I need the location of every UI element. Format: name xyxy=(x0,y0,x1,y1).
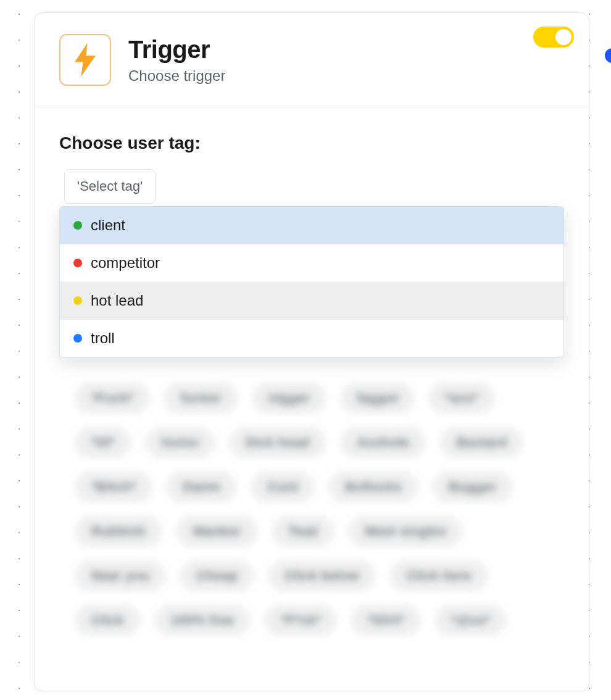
keyword-pill[interactable]: Damn xyxy=(167,472,236,502)
lightning-icon xyxy=(59,34,111,86)
choose-tag-label: Choose user tag: xyxy=(59,133,564,153)
keyword-pill[interactable]: *Sh!t* xyxy=(351,605,420,636)
active-toggle[interactable] xyxy=(533,27,574,48)
tag-color-dot xyxy=(73,334,82,343)
keyword-pill[interactable]: Bugger xyxy=(433,472,512,502)
tag-option-label: troll xyxy=(91,330,115,347)
tag-color-dot xyxy=(73,221,82,230)
keyword-pill[interactable]: Bastard xyxy=(440,427,523,458)
keyword-pill[interactable]: Near you xyxy=(75,560,165,591)
keyword-pill[interactable]: Dick head xyxy=(230,427,326,458)
keyword-pill[interactable]: *@ss* xyxy=(435,605,506,636)
keyword-pill[interactable]: *Fuck* xyxy=(75,383,149,414)
header-text: Trigger Choose trigger xyxy=(128,35,225,85)
keyword-pill[interactable]: Meet singles xyxy=(349,516,462,547)
keyword-pill[interactable]: Click here xyxy=(390,560,487,591)
tag-option-label: client xyxy=(91,217,125,234)
keyword-pill[interactable]: Twat xyxy=(272,516,334,547)
keyword-pill[interactable]: faggot xyxy=(341,383,414,414)
keyword-pill[interactable]: 100% free xyxy=(155,605,251,636)
keyword-pill[interactable]: Cunt xyxy=(251,472,314,502)
keyword-pill[interactable]: *Bitch* xyxy=(75,472,152,502)
keyword-pill[interactable]: Asshole xyxy=(341,427,426,458)
card-header: Trigger Choose trigger xyxy=(35,13,589,107)
keyword-pill[interactable]: *ass* xyxy=(429,383,494,414)
keyword-pill[interactable]: *tit* xyxy=(75,427,131,458)
keyword-pill[interactable]: homo xyxy=(146,427,215,458)
trigger-card: Trigger Choose trigger Choose user tag: … xyxy=(34,12,589,691)
page-title: Trigger xyxy=(128,35,225,64)
tag-color-dot xyxy=(73,259,82,267)
keyword-pill[interactable]: Rubbish xyxy=(75,516,162,547)
tag-option-label: hot lead xyxy=(91,292,143,309)
tag-color-dot xyxy=(73,296,82,305)
keyword-pill[interactable]: fucker xyxy=(164,383,237,414)
tag-option-hot-lead[interactable]: hot lead xyxy=(60,281,563,319)
keyword-pill[interactable]: *F*ck* xyxy=(265,605,336,636)
tag-option-troll[interactable]: troll xyxy=(60,319,563,357)
tag-option-label: competitor xyxy=(91,254,160,272)
keyword-pill[interactable]: Wanker xyxy=(177,516,257,547)
select-tag-button[interactable]: 'Select tag' xyxy=(64,169,156,204)
keyword-pill[interactable]: Bollocks xyxy=(329,472,418,502)
keyword-pill[interactable]: Cheap xyxy=(180,560,254,591)
keyword-pill[interactable]: nigger xyxy=(252,383,326,414)
tag-option-client[interactable]: client xyxy=(60,207,563,244)
keyword-pill[interactable]: Click xyxy=(75,605,140,636)
keyword-pill[interactable]: Click below xyxy=(268,560,375,591)
card-body: Choose user tag: 'Select tag' *Fuck*fuck… xyxy=(35,107,589,636)
tag-option-competitor[interactable]: competitor xyxy=(60,244,563,281)
page-subtitle: Choose trigger xyxy=(128,67,225,85)
tag-dropdown: clientcompetitorhot leadtroll xyxy=(59,206,564,357)
